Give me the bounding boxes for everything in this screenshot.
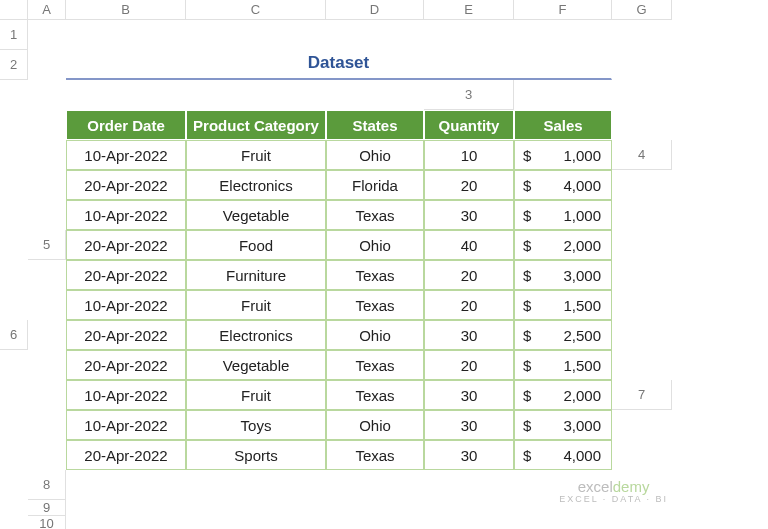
cell-D7[interactable]	[0, 440, 28, 470]
cell-D4[interactable]	[0, 200, 28, 230]
cell-quantity[interactable]: 20	[424, 290, 514, 320]
row-header-10[interactable]: 10	[28, 516, 66, 529]
column-header-D[interactable]: D	[326, 0, 424, 20]
row-header-3[interactable]: 3	[424, 80, 514, 110]
cell-product-category[interactable]: Toys	[186, 410, 326, 440]
cell-B8[interactable]	[186, 470, 326, 500]
cell-order-date[interactable]: 20-Apr-2022	[66, 320, 186, 350]
cell-states[interactable]: Texas	[326, 380, 424, 410]
cell-product-category[interactable]: Sports	[186, 440, 326, 470]
cell-F6[interactable]	[0, 380, 28, 410]
cell-E6[interactable]	[612, 350, 672, 380]
cell-quantity[interactable]: 20	[424, 350, 514, 380]
column-header-C[interactable]: C	[186, 0, 326, 20]
cell-B5[interactable]	[0, 260, 28, 290]
cell-E3[interactable]	[612, 110, 672, 140]
row-header-4[interactable]: 4	[612, 140, 672, 170]
cell-order-date[interactable]: 20-Apr-2022	[66, 170, 186, 200]
cell-D3[interactable]	[28, 110, 66, 140]
cell-states[interactable]: Florida	[326, 170, 424, 200]
cell-sales[interactable]: $3,000	[514, 260, 612, 290]
cell-product-category[interactable]: Furniture	[186, 260, 326, 290]
cell-quantity[interactable]: 30	[424, 410, 514, 440]
cell-sales[interactable]: $2,000	[514, 230, 612, 260]
cell-D8[interactable]	[424, 470, 514, 500]
cell-E7[interactable]	[28, 440, 66, 470]
cell-order-date[interactable]: 10-Apr-2022	[66, 410, 186, 440]
cell-B3[interactable]	[612, 80, 672, 110]
cell-G4[interactable]	[0, 230, 28, 260]
cell-quantity[interactable]: 20	[424, 260, 514, 290]
cell-F5[interactable]	[28, 290, 66, 320]
cell-quantity[interactable]: 30	[424, 200, 514, 230]
cell-A4[interactable]	[0, 170, 28, 200]
cell-product-category[interactable]: Fruit	[186, 140, 326, 170]
cell-G6[interactable]	[28, 380, 66, 410]
cell-B10[interactable]	[186, 516, 326, 529]
cell-order-date[interactable]: 20-Apr-2022	[66, 440, 186, 470]
cell-sales[interactable]: $2,500	[514, 320, 612, 350]
cell-F9[interactable]	[612, 500, 672, 516]
cell-D9[interactable]	[424, 500, 514, 516]
table-header-order-date[interactable]: Order Date	[66, 110, 186, 140]
cell-G7[interactable]	[0, 470, 28, 500]
cell-F8[interactable]	[612, 470, 672, 500]
cell-C1[interactable]	[186, 20, 326, 50]
cell-C7[interactable]	[612, 410, 672, 440]
select-all-corner[interactable]	[0, 0, 28, 20]
cell-B1[interactable]	[66, 20, 186, 50]
cell-C3[interactable]	[0, 110, 28, 140]
cell-quantity[interactable]: 30	[424, 380, 514, 410]
cell-quantity[interactable]: 10	[424, 140, 514, 170]
cell-sales[interactable]: $4,000	[514, 170, 612, 200]
cell-B6[interactable]	[612, 320, 672, 350]
cell-A7[interactable]	[0, 410, 28, 440]
cell-product-category[interactable]: Fruit	[186, 380, 326, 410]
cell-states[interactable]: Texas	[326, 440, 424, 470]
cell-C9[interactable]	[326, 500, 424, 516]
cell-D6[interactable]	[28, 350, 66, 380]
cell-B9[interactable]	[186, 500, 326, 516]
column-header-G[interactable]: G	[612, 0, 672, 20]
cell-G8[interactable]	[0, 500, 28, 516]
cell-sales[interactable]: $1,000	[514, 140, 612, 170]
row-header-5[interactable]: 5	[28, 230, 66, 260]
cell-order-date[interactable]: 10-Apr-2022	[66, 200, 186, 230]
cell-F7[interactable]	[612, 440, 672, 470]
cell-A5[interactable]	[612, 230, 672, 260]
cell-A3[interactable]	[514, 80, 612, 110]
cell-order-date[interactable]: 20-Apr-2022	[66, 230, 186, 260]
row-header-6[interactable]: 6	[0, 320, 28, 350]
cell-product-category[interactable]: Electronics	[186, 170, 326, 200]
cell-B2[interactable]	[612, 50, 672, 80]
cell-B7[interactable]	[28, 410, 66, 440]
cell-states[interactable]: Texas	[326, 290, 424, 320]
cell-A8[interactable]	[66, 470, 186, 500]
cell-E2[interactable]	[66, 80, 186, 110]
cell-D10[interactable]	[424, 516, 514, 529]
cell-D1[interactable]	[326, 20, 424, 50]
cell-C2[interactable]	[0, 80, 28, 110]
cell-order-date[interactable]: 20-Apr-2022	[66, 350, 186, 380]
cell-sales[interactable]: $4,000	[514, 440, 612, 470]
cell-F10[interactable]	[612, 516, 672, 529]
cell-order-date[interactable]: 10-Apr-2022	[66, 290, 186, 320]
cell-F1[interactable]	[514, 20, 612, 50]
row-header-7[interactable]: 7	[612, 380, 672, 410]
cell-product-category[interactable]: Fruit	[186, 290, 326, 320]
cell-E10[interactable]	[514, 516, 612, 529]
row-header-8[interactable]: 8	[28, 470, 66, 500]
cell-sales[interactable]: $2,000	[514, 380, 612, 410]
cell-A2[interactable]	[28, 50, 66, 80]
cell-sales[interactable]: $1,500	[514, 350, 612, 380]
cell-G2[interactable]	[326, 80, 424, 110]
cell-states[interactable]: Texas	[326, 260, 424, 290]
table-header-quantity[interactable]: Quantity	[424, 110, 514, 140]
cell-states[interactable]: Ohio	[326, 320, 424, 350]
cell-G9[interactable]	[0, 516, 28, 529]
cell-order-date[interactable]: 10-Apr-2022	[66, 140, 186, 170]
cell-E8[interactable]	[514, 470, 612, 500]
cell-G5[interactable]	[612, 290, 672, 320]
cell-sales[interactable]: $1,000	[514, 200, 612, 230]
cell-product-category[interactable]: Vegetable	[186, 350, 326, 380]
